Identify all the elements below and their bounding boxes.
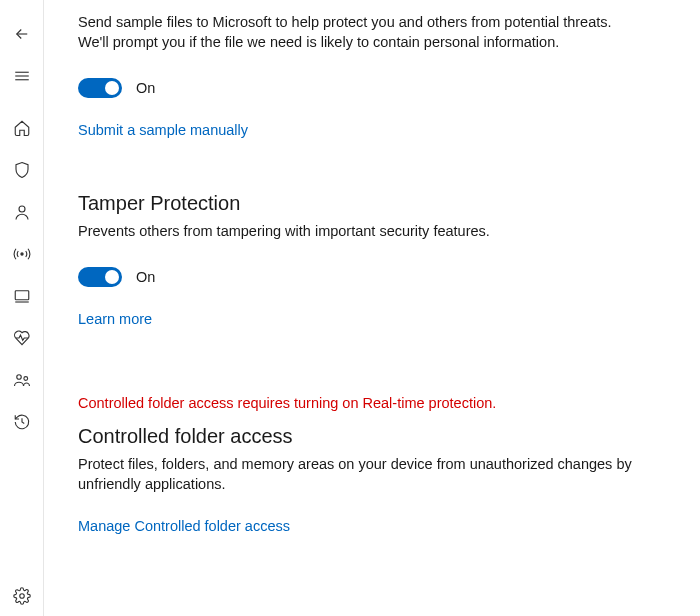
svg-rect-5 — [15, 291, 29, 300]
submit-sample-link[interactable]: Submit a sample manually — [78, 122, 248, 138]
tamper-protection-description: Prevents others from tampering with impo… — [78, 221, 638, 241]
nav-protection-history[interactable] — [2, 402, 42, 442]
controlled-folder-heading: Controlled folder access — [78, 425, 666, 448]
people-icon — [13, 371, 31, 389]
arrow-left-icon — [13, 25, 31, 43]
sample-submission-description: Send sample files to Microsoft to help p… — [78, 12, 638, 52]
nav-home[interactable] — [2, 108, 42, 148]
svg-point-3 — [19, 206, 25, 212]
person-icon — [13, 203, 31, 221]
sample-submission-toggle-label: On — [136, 80, 155, 96]
sidebar — [0, 0, 44, 616]
heart-pulse-icon — [13, 329, 31, 347]
gear-icon — [13, 587, 31, 605]
main-content: Send sample files to Microsoft to help p… — [44, 0, 700, 616]
nav-device-performance[interactable] — [2, 318, 42, 358]
nav-virus-protection[interactable] — [2, 150, 42, 190]
back-button[interactable] — [2, 14, 42, 54]
controlled-folder-warning: Controlled folder access requires turnin… — [78, 395, 666, 411]
svg-point-7 — [16, 375, 21, 380]
toggle-knob — [105, 81, 119, 95]
hamburger-icon — [13, 67, 31, 85]
sample-submission-section: Send sample files to Microsoft to help p… — [78, 12, 666, 138]
svg-point-8 — [23, 377, 27, 381]
tamper-protection-toggle[interactable] — [78, 267, 122, 287]
nav-firewall[interactable] — [2, 234, 42, 274]
home-icon — [13, 119, 31, 137]
nav-app-browser[interactable] — [2, 276, 42, 316]
toggle-knob — [105, 270, 119, 284]
tamper-protection-section: Tamper Protection Prevents others from t… — [78, 192, 666, 327]
history-icon — [13, 413, 31, 431]
nav-settings[interactable] — [2, 576, 42, 616]
manage-controlled-folder-link[interactable]: Manage Controlled folder access — [78, 518, 290, 534]
tamper-protection-toggle-label: On — [136, 269, 155, 285]
tamper-protection-heading: Tamper Protection — [78, 192, 666, 215]
broadcast-icon — [13, 245, 31, 263]
shield-icon — [13, 161, 31, 179]
svg-point-9 — [19, 594, 24, 599]
controlled-folder-section: Controlled folder access requires turnin… — [78, 395, 666, 534]
nav-account-protection[interactable] — [2, 192, 42, 232]
sample-submission-toggle[interactable] — [78, 78, 122, 98]
menu-button[interactable] — [2, 56, 42, 96]
svg-point-4 — [20, 253, 22, 255]
nav-family[interactable] — [2, 360, 42, 400]
monitor-icon — [13, 287, 31, 305]
controlled-folder-description: Protect files, folders, and memory areas… — [78, 454, 638, 494]
tamper-learn-more-link[interactable]: Learn more — [78, 311, 152, 327]
